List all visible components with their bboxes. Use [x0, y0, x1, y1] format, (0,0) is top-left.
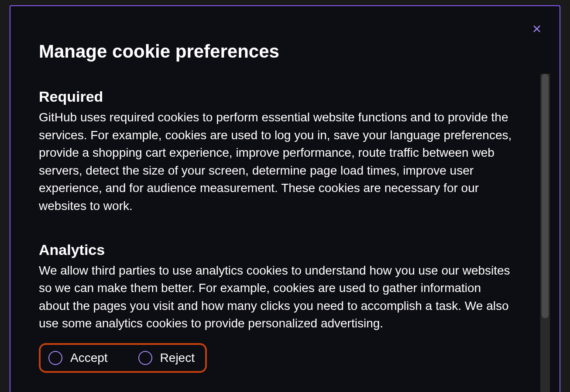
radio-icon: [138, 351, 152, 365]
radio-icon: [48, 351, 62, 365]
analytics-accept-label: Accept: [70, 351, 108, 365]
section-analytics-description: We allow third parties to use analytics …: [39, 262, 514, 333]
scrollbar-track[interactable]: [540, 74, 550, 392]
analytics-accept-radio[interactable]: Accept: [48, 351, 108, 365]
analytics-reject-radio[interactable]: Reject: [138, 351, 195, 365]
section-required-description: GitHub uses required cookies to perform …: [39, 109, 514, 215]
close-button[interactable]: [531, 23, 543, 35]
cookie-preferences-dialog: Manage cookie preferences Required GitHu…: [10, 5, 560, 392]
analytics-reject-label: Reject: [160, 351, 195, 365]
analytics-radio-group: Accept Reject: [39, 343, 207, 373]
dialog-title: Manage cookie preferences: [39, 41, 531, 62]
scrollbar-thumb[interactable]: [542, 74, 549, 318]
close-icon: [532, 24, 542, 34]
content-scroll[interactable]: Required GitHub uses required cookies to…: [39, 88, 531, 387]
section-required: Required GitHub uses required cookies to…: [39, 88, 514, 215]
section-analytics: Analytics We allow third parties to use …: [39, 241, 514, 373]
section-required-title: Required: [39, 88, 514, 105]
section-analytics-title: Analytics: [39, 241, 514, 258]
dialog-inner: Manage cookie preferences Required GitHu…: [10, 6, 560, 392]
